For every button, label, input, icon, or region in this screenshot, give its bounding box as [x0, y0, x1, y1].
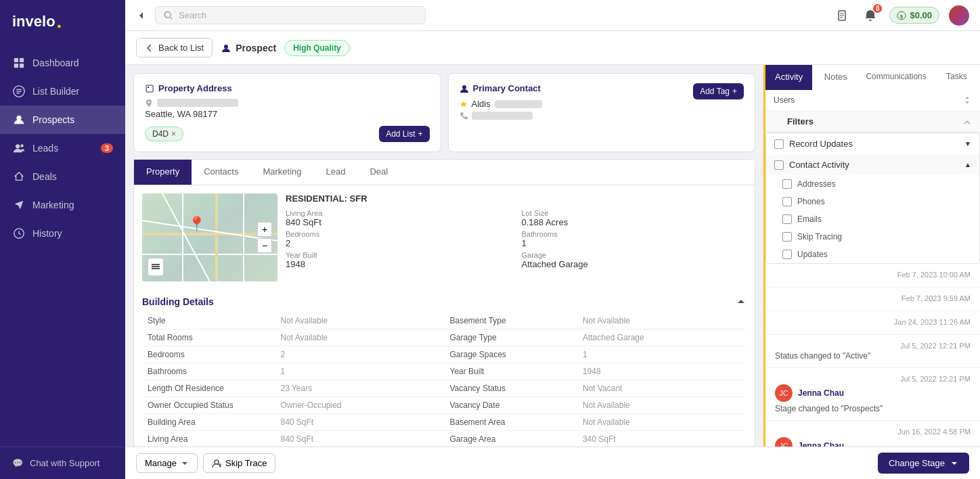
tab-deal[interactable]: Deal: [357, 160, 400, 185]
svg-point-32: [215, 460, 219, 464]
activity-tab[interactable]: Activity: [765, 65, 812, 90]
svg-point-16: [224, 45, 228, 49]
tab-marketing[interactable]: Marketing: [250, 160, 313, 185]
record-updates-checkbox[interactable]: [774, 139, 784, 149]
sidebar-item-dashboard[interactable]: Dashboard: [0, 49, 125, 77]
svg-point-19: [148, 101, 150, 104]
back-to-list-label: Back to List: [158, 43, 204, 53]
activity-user-row-5: JC Jenna Chau: [775, 384, 971, 402]
clipboard-icon-button[interactable]: [832, 6, 851, 25]
notes-tab[interactable]: Notes: [812, 65, 859, 90]
info-row: Property Address Seattle, WA 98177 D4D ×…: [133, 73, 755, 152]
filter-contact-activity[interactable]: Contact Activity ▲: [766, 154, 979, 175]
filter-phones[interactable]: Phones: [782, 193, 979, 210]
page-header: Back to List Prospect High Quality: [125, 31, 980, 65]
filters-bar: Filters: [765, 111, 980, 133]
activity-time-3: Jan 24, 2023 11:26 AM: [775, 318, 971, 326]
collapse-icon[interactable]: [736, 296, 747, 307]
sidebar-nav: Dashboard List Builder Prospects Leads 3: [0, 43, 125, 447]
add-tag-button[interactable]: Add Tag +: [693, 83, 744, 99]
tag-remove-icon[interactable]: ×: [171, 129, 176, 139]
svg-point-20: [462, 85, 466, 89]
tab-lead[interactable]: Lead: [314, 160, 358, 185]
back-to-list-button[interactable]: Back to List: [136, 38, 213, 58]
property-content: 📍 + − RESIDENTIAL: SFR: [134, 185, 755, 290]
map-layer-button[interactable]: [148, 258, 164, 276]
tab-contacts[interactable]: Contacts: [192, 160, 250, 185]
filter-updates[interactable]: Updates: [782, 246, 979, 263]
zoom-in-button[interactable]: +: [257, 222, 272, 237]
tasks-tab[interactable]: Tasks: [933, 65, 980, 90]
svg-rect-0: [14, 58, 18, 62]
sidebar-item-label: Dashboard: [32, 58, 79, 68]
filter-addresses[interactable]: Addresses: [782, 175, 979, 193]
primary-contact-card: Primary Contact Aldis: [448, 73, 756, 152]
tab-property[interactable]: Property: [134, 160, 192, 185]
svg-rect-3: [20, 64, 24, 68]
skip-tracing-checkbox[interactable]: [782, 232, 792, 242]
activity-time-1: Feb 7, 2023 10:00 AM: [775, 271, 971, 279]
emails-checkbox[interactable]: [782, 214, 792, 224]
property-grid: Living Area 840 SqFt Lot Size 0.188 Acre…: [286, 209, 747, 269]
primary-contact-title: Primary Contact: [460, 83, 542, 93]
filter-emails[interactable]: Emails: [782, 210, 979, 228]
sidebar-item-list-builder[interactable]: List Builder: [0, 77, 125, 106]
chat-support-button[interactable]: 💬 Chat with Support: [12, 458, 113, 468]
property-address-card: Property Address Seattle, WA 98177 D4D ×…: [133, 73, 441, 152]
filters-label: Filters: [774, 116, 814, 127]
svg-rect-18: [148, 87, 149, 88]
svg-rect-31: [152, 268, 160, 269]
table-row: Total RoomsNot AvailableGarage TypeAttac…: [142, 329, 747, 346]
change-stage-button[interactable]: Change Stage: [878, 453, 969, 474]
filters-collapse-icon[interactable]: [962, 117, 972, 127]
phone-blurred: [472, 112, 533, 120]
sidebar-item-label: Marketing: [32, 200, 74, 210]
skip-trace-button[interactable]: Skip Trace: [203, 453, 275, 473]
contact-activity-checkbox[interactable]: [774, 160, 784, 170]
sidebar-bottom: 💬 Chat with Support: [0, 447, 125, 479]
year-built-item: Year Built 1948: [286, 251, 511, 269]
activity-time-4: Jul 5, 2022 12:21 PM: [775, 342, 971, 350]
activity-entry-3: Jan 24, 2023 11:26 AM: [765, 311, 980, 335]
notification-icon-button[interactable]: 8: [861, 6, 880, 25]
filter-record-updates[interactable]: Record Updates ▼: [766, 133, 979, 154]
record-updates-label: Record Updates: [789, 139, 853, 149]
manage-button[interactable]: Manage: [136, 453, 198, 473]
activity-username-6[interactable]: Jenna Chau: [798, 441, 844, 447]
content-area: Property Address Seattle, WA 98177 D4D ×…: [125, 65, 980, 447]
sidebar-item-history[interactable]: History: [0, 219, 125, 248]
sidebar-item-deals[interactable]: Deals: [0, 162, 125, 191]
property-map: 📍 + −: [142, 193, 277, 281]
filter-skip-tracing[interactable]: Skip Tracing: [782, 228, 979, 246]
activity-username-5[interactable]: Jenna Chau: [798, 388, 844, 398]
sort-icon[interactable]: [962, 95, 972, 105]
map-background: 📍 + −: [142, 193, 277, 281]
record-updates-chevron: ▼: [964, 140, 971, 147]
sidebar-item-label: History: [32, 228, 62, 239]
sidebar-item-label: List Builder: [32, 86, 79, 97]
zoom-out-button[interactable]: −: [257, 238, 272, 253]
svg-rect-29: [152, 264, 160, 265]
phones-checkbox[interactable]: [782, 197, 792, 206]
updates-label: Updates: [797, 250, 828, 259]
topbar-back-button[interactable]: [136, 10, 147, 21]
phones-label: Phones: [797, 197, 825, 206]
balance-button[interactable]: $ $0.00: [889, 7, 939, 24]
activity-time-5: Jul 5, 2022 12:21 PM: [900, 375, 971, 383]
filter-icon: [774, 117, 783, 127]
communications-tab[interactable]: Communications: [859, 65, 933, 90]
bathrooms-item: Bathrooms 1: [522, 230, 747, 248]
sidebar: invelo. Dashboard List Builder Prospects…: [0, 0, 125, 479]
search-box[interactable]: Search: [155, 6, 426, 24]
sidebar-item-leads[interactable]: Leads 3: [0, 134, 125, 162]
addresses-checkbox[interactable]: [782, 179, 792, 189]
sidebar-item-marketing[interactable]: Marketing: [0, 191, 125, 219]
svg-rect-1: [20, 58, 24, 62]
user-avatar[interactable]: [949, 5, 969, 26]
sidebar-item-prospects[interactable]: Prospects: [0, 106, 125, 134]
add-list-button[interactable]: Add List +: [379, 126, 429, 142]
right-panel-tabs: Activity Notes Communications Tasks: [765, 65, 980, 90]
table-row: Building Area840 SqFtBasement AreaNot Av…: [142, 414, 747, 431]
map-zoom-controls: + −: [257, 222, 272, 253]
updates-checkbox[interactable]: [782, 250, 792, 259]
